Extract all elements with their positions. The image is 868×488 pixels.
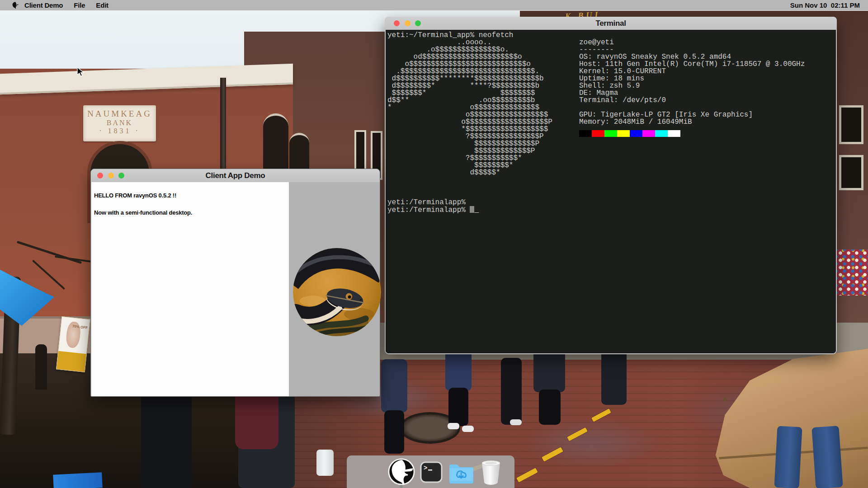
client-titlebar[interactable]: Client App Demo (91, 169, 380, 182)
downloads-folder-icon (448, 462, 474, 484)
palette-swatch (655, 130, 668, 137)
palette-swatch (579, 130, 592, 137)
menu-app-name[interactable]: Client Demo (19, 1, 68, 9)
terminal-window-title: Terminal (385, 19, 837, 28)
terminal-color-palette (579, 130, 680, 137)
blue-tarp (53, 472, 103, 488)
terminal-prompts: yeti:/Terminalapp% yeti:/Terminalapp% _ (387, 199, 479, 214)
building-window (839, 155, 863, 190)
terminal-titlebar[interactable]: Terminal (385, 17, 837, 30)
trash-icon (481, 460, 501, 486)
dock-item-downloads[interactable] (448, 462, 474, 486)
terminal-content[interactable]: yeti:~/Terminal_app% neofetch ..oooo.. .… (386, 30, 836, 353)
shop-poster: 70% OFF (56, 316, 90, 372)
terminal-prompt: yeti:/Terminalapp% (387, 206, 470, 214)
white-mug (316, 450, 334, 476)
plaque-line: BANK (83, 119, 156, 127)
building-window (839, 105, 863, 144)
pedestrian-legs (384, 410, 404, 454)
client-app-window: Client App Demo HELLO FROM ravynOS 0.5.2… (90, 169, 380, 397)
svg-text:>: > (424, 465, 427, 472)
pedestrian-legs (448, 388, 468, 426)
menu-clock: Sun Nov 10 02:11 PM (790, 1, 860, 9)
desktop: K BUI NAUMKEAG BANK · 1831 · (0, 0, 868, 488)
palette-swatch (668, 130, 680, 137)
terminal-block-cursor (470, 206, 474, 213)
dock-item-filer[interactable] (387, 458, 415, 488)
menu-file[interactable]: File (68, 1, 90, 9)
mouse-cursor (77, 67, 87, 80)
sneaker (462, 426, 474, 432)
neofetch-ascii-art: ..oooo.. .o$$$$$$$$$$$$$$$o. od$$$$$$$$$… (387, 39, 552, 176)
palette-swatch (604, 130, 617, 137)
pedestrian-jeans-leg (811, 426, 843, 488)
palette-swatch (592, 130, 604, 137)
pedestrian-legs (539, 389, 561, 425)
maroon-backpack (235, 389, 278, 449)
sneaker (510, 419, 522, 425)
terminal-prompt: yeti:/Terminalapp% (387, 198, 466, 206)
terminal-window: Terminal yeti:~/Terminal_app% neofetch .… (385, 17, 837, 354)
menu-edit[interactable]: Edit (90, 1, 114, 9)
ravynos-logo-icon[interactable] (11, 1, 19, 9)
client-message-1: HELLO FROM ravynOS 0.5.2 !! (94, 192, 176, 199)
dock: > (347, 455, 514, 488)
dock-item-terminal[interactable]: > (420, 461, 443, 485)
client-window-title: Client App Demo (91, 171, 380, 180)
pedestrian-jeans-leg (774, 426, 802, 488)
terminal-icon: > (420, 461, 443, 483)
umbrella-tip (723, 398, 727, 401)
dock-item-trash[interactable] (481, 460, 501, 488)
polka-dot-umbrella (836, 249, 868, 296)
bank-window (263, 113, 288, 171)
neofetch-info: zoe@yeti -------- OS: ravynOS Sneaky Sne… (579, 39, 805, 126)
palette-swatch (630, 130, 642, 137)
client-message-2: Now with a semi-functional desktop. (94, 209, 192, 216)
terminal-command-line: yeti:~/Terminal_app% neofetch (387, 32, 513, 39)
palette-swatch (642, 130, 655, 137)
pedestrian (381, 359, 407, 413)
plaque-line: NAUMKEAG (83, 109, 156, 119)
snake-photo (293, 248, 381, 336)
pedestrian-legs (501, 358, 522, 425)
bank-plaque: NAUMKEAG BANK · 1831 · (83, 105, 156, 141)
menu-bar: Client Demo File Edit Sun Nov 10 02:11 P… (0, 0, 868, 10)
running-indicator (400, 485, 403, 488)
palette-swatch (617, 130, 630, 137)
sneaker (448, 423, 459, 429)
bollard (35, 344, 47, 389)
client-image-panel (289, 182, 380, 396)
plaque-line: · 1831 · (83, 127, 156, 135)
raven-icon (387, 458, 415, 486)
client-text-panel: HELLO FROM ravynOS 0.5.2 !! Now with a s… (91, 182, 289, 396)
pedestrian (141, 392, 192, 488)
poster-gold-band (57, 351, 86, 372)
